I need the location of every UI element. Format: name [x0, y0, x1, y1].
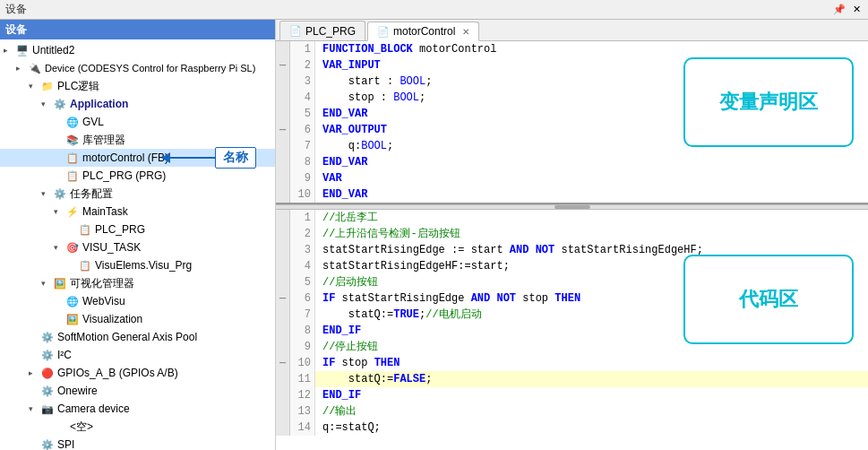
icon-plc-prg: 📋: [66, 170, 81, 182]
ln-top-3: 3: [305, 74, 311, 90]
label-spi: SPI: [57, 438, 74, 450]
code-section-bottom: ─ ─ 1 2: [276, 210, 868, 450]
code-line-top-1: FUNCTION_BLOCK motorControl: [315, 41, 868, 57]
close-button[interactable]: ✕: [851, 4, 863, 15]
label-untitled2: Untitled2: [32, 44, 74, 56]
ln-top-7: 7: [305, 138, 311, 154]
tree-item-plc-prg2[interactable]: 📋 PLC_PRG: [0, 221, 275, 238]
line-numbers-bottom: 1 2 3 4 5 6 7 8 9 10 11 12 13: [290, 210, 315, 436]
tree-item-spi[interactable]: ⚙️ SPI: [0, 436, 275, 450]
scroll-thumb[interactable]: [554, 205, 590, 209]
sidebar-header: 设备: [0, 20, 275, 39]
tree-item-device[interactable]: ▸ 🔌 Device (CODESYS Control for Raspberr…: [0, 59, 275, 77]
label-plc-prg2: PLC_PRG: [95, 223, 145, 236]
label-application: Application: [70, 98, 128, 110]
tree-item-camera[interactable]: ▾ 📷 Camera device: [0, 400, 275, 418]
tab-plc-prg[interactable]: 📄 PLC_PRG: [279, 21, 365, 40]
label-motor-control: motorControl (FB): [82, 151, 168, 164]
expand-task[interactable]: ▾: [41, 189, 54, 198]
fold-gutter-top: ─ ─: [276, 41, 290, 203]
tree-item-untitled2[interactable]: ▸ 🖥️ Untitled2: [0, 41, 275, 59]
tree-item-gvl[interactable]: 🌐 GVL: [0, 113, 275, 131]
annotation-label-text: 名称: [223, 150, 248, 164]
tree-item-gpios[interactable]: ▸ 🔴 GPIOs_A_B (GPIOs A/B): [0, 364, 275, 382]
ln-top-1: 1: [305, 41, 311, 57]
tree-item-application[interactable]: ▾ ⚙️ Application: [0, 95, 275, 113]
sidebar-tree: ▸ 🖥️ Untitled2 ▸ 🔌 Device (CODESYS Contr…: [0, 39, 275, 450]
tree-item-empty[interactable]: <空>: [0, 418, 275, 436]
tree-item-onewire[interactable]: ⚙️ Onewire: [0, 382, 275, 400]
code-line-b-14: q:=statQ;: [315, 420, 868, 436]
label-visualization: Visualization: [82, 313, 142, 325]
ln-top-4: 4: [305, 90, 311, 106]
icon-plc-prg2: 📋: [79, 224, 93, 236]
expand-visu-task[interactable]: ▾: [54, 243, 66, 252]
tab-close-motor-control[interactable]: ✕: [462, 27, 469, 37]
tabs-bar: 📄 PLC_PRG 📄 motorControl ✕: [276, 20, 868, 41]
sidebar: 设备 ▸ 🖥️ Untitled2 ▸ 🔌 Device (CODESYS Co…: [0, 20, 276, 450]
tree-item-visuElems[interactable]: 📋 VisuElems.Visu_Prg: [0, 256, 275, 274]
tab-icon-motor-control: 📄: [377, 26, 390, 38]
tree-item-task-config[interactable]: ▾ ⚙️ 任务配置: [0, 185, 275, 203]
fold-marker-6[interactable]: ─: [279, 122, 286, 138]
arrow-head: [161, 152, 170, 163]
pin-button[interactable]: 📌: [831, 4, 847, 15]
ln-top-6: 6: [305, 122, 311, 138]
line-numbers-top: 1 2 3 4 5 6 7 8 9 10: [290, 41, 315, 203]
tree-item-lib-manager[interactable]: 📚 库管理器: [0, 131, 275, 149]
tree-item-main-task[interactable]: ▾ ⚡ MainTask: [0, 203, 275, 221]
icon-visualization: 🖼️: [66, 314, 81, 325]
arrow-annotation: 名称: [161, 147, 256, 169]
code-line-b-10: IF stop THEN: [315, 355, 868, 371]
tree-item-plc-logic[interactable]: ▾ 📁 PLC逻辑: [0, 77, 275, 95]
annotation-text-var: 变量声明区: [719, 89, 818, 116]
expand-application[interactable]: ▾: [41, 100, 54, 108]
title-bar: 设备 📌 ✕: [0, 0, 868, 20]
fold-bottom-6[interactable]: ─: [279, 290, 286, 307]
fold-marker-2[interactable]: ─: [279, 57, 286, 74]
icon-camera: 📷: [41, 403, 56, 415]
expand-main-task[interactable]: ▾: [54, 207, 66, 216]
code-section-top: ─ ─ 1 2: [276, 41, 868, 204]
annotation-text-code: 代码区: [739, 286, 798, 313]
icon-webvisu: 🌐: [66, 296, 81, 307]
expand-untitled2[interactable]: ▸: [4, 46, 16, 55]
code-area: 📄 PLC_PRG 📄 motorControl ✕: [276, 20, 868, 450]
label-gvl: GVL: [82, 116, 104, 128]
icon-main-task: ⚡: [66, 206, 81, 218]
tree-item-visu-task[interactable]: ▾ 🎯 VISU_TASK: [0, 238, 275, 256]
tree-item-softmotion[interactable]: ⚙️ SoftMotion General Axis Pool: [0, 328, 275, 346]
label-visu-manager: 可视化管理器: [70, 276, 134, 291]
arrow-line-body: [170, 157, 215, 159]
ln-top-5: 5: [305, 106, 311, 122]
icon-motor-control: 📋: [66, 152, 81, 164]
label-device: Device (CODESYS Control for Raspberry Pi…: [45, 63, 255, 74]
label-lib-manager: 库管理器: [82, 133, 125, 148]
tree-item-motor-control[interactable]: 📋 motorControl (FB) 名称: [0, 149, 275, 167]
expand-gpios[interactable]: ▸: [29, 368, 41, 377]
icon-visu-task: 🎯: [66, 242, 81, 254]
icon-gvl: 🌐: [66, 117, 81, 128]
label-webvisu: WebVisu: [82, 295, 125, 307]
tree-item-webvisu[interactable]: 🌐 WebVisu: [0, 292, 275, 310]
expand-visu-mgr[interactable]: ▾: [41, 279, 54, 288]
fold-bottom-10[interactable]: ─: [279, 355, 286, 371]
tree-item-visu-manager[interactable]: ▾ 🖼️ 可视化管理器: [0, 274, 275, 292]
expand-camera[interactable]: ▾: [29, 404, 41, 413]
expand-device[interactable]: ▸: [16, 64, 29, 73]
tab-motor-control[interactable]: 📄 motorControl ✕: [367, 22, 479, 41]
code-line-b-1: //北岳李工: [315, 210, 868, 226]
icon-plc-logic: 📁: [41, 81, 56, 92]
icon-gpios: 🔴: [41, 368, 56, 379]
label-main-task: MainTask: [82, 205, 128, 218]
tab-label-motor-control: motorControl: [393, 25, 455, 38]
tree-item-i2c[interactable]: ⚙️ I²C: [0, 346, 275, 364]
tree-item-visualization[interactable]: 🖼️ Visualization: [0, 310, 275, 328]
icon-task-config: ⚙️: [54, 188, 68, 200]
fold-gutter-bottom: ─ ─: [276, 210, 290, 436]
tree-item-plc-prg[interactable]: 📋 PLC_PRG (PRG): [0, 167, 275, 185]
annotation-box-var: 变量声明区: [683, 57, 854, 147]
icon-application: ⚙️: [54, 99, 68, 110]
expand-plc-logic[interactable]: ▾: [29, 82, 41, 91]
tab-icon-plc-prg: 📄: [289, 25, 302, 37]
